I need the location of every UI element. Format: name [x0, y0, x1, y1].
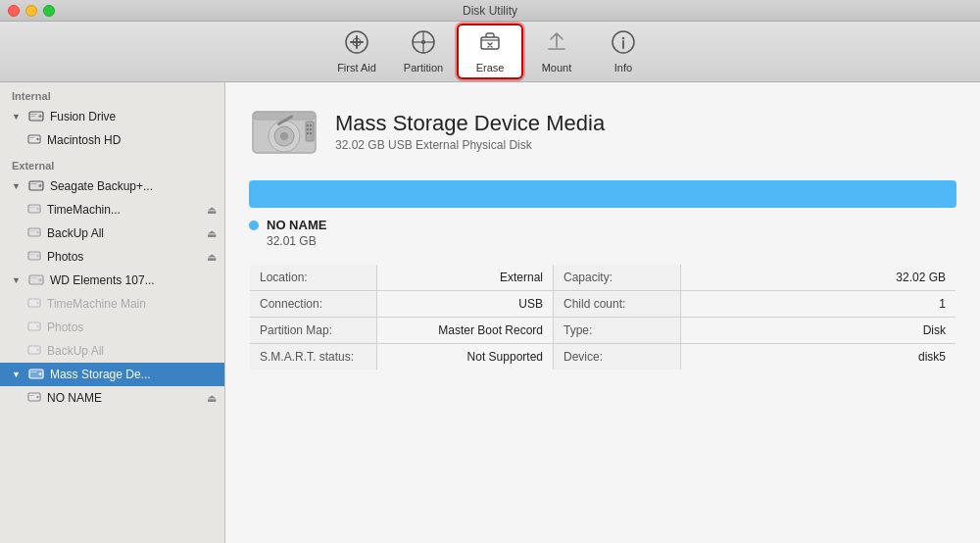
window-title: Disk Utility: [463, 4, 517, 18]
close-button[interactable]: [8, 5, 20, 17]
sidebar-item-wd-elements[interactable]: ▼ WD Elements 107...: [0, 269, 224, 292]
device-sub: 32.02 GB USB External Physical Disk: [335, 138, 605, 152]
info-label: Device:: [554, 344, 681, 370]
info-value: disk5: [681, 344, 956, 370]
svg-rect-50: [307, 124, 309, 126]
title-bar: Disk Utility: [0, 0, 980, 22]
svg-point-5: [421, 40, 425, 44]
info-value: Not Supported: [377, 344, 554, 370]
vol-icon-tm1: [27, 202, 41, 218]
ext-disk-icon-ms: [28, 367, 44, 383]
svg-rect-44: [253, 112, 316, 120]
svg-point-47: [280, 132, 288, 140]
partition-label: Partition: [404, 62, 443, 74]
sidebar: Internal ▼ Fusion Drive: [0, 82, 225, 543]
sidebar-item-macintosh-hd[interactable]: Macintosh HD: [0, 128, 224, 152]
eject-icon-photos1[interactable]: ⏏: [207, 251, 217, 264]
content-area: Mass Storage Device Media 32.02 GB USB E…: [225, 82, 980, 543]
partition-button[interactable]: Partition: [392, 25, 455, 77]
fullscreen-button[interactable]: [43, 5, 55, 17]
toolbar: First Aid Partition Erase: [0, 22, 980, 82]
mount-button[interactable]: Mount: [525, 25, 588, 77]
minimize-button[interactable]: [25, 5, 37, 17]
svg-rect-11: [30, 114, 36, 115]
eject-icon-noname[interactable]: ⏏: [207, 392, 217, 405]
traffic-lights: [8, 5, 55, 17]
svg-point-8: [622, 37, 624, 39]
sidebar-section-internal: Internal: [0, 82, 224, 105]
info-label: Partition Map:: [250, 318, 377, 344]
info-icon: [611, 29, 636, 59]
info-label: Info: [614, 62, 632, 74]
mount-icon: [544, 29, 569, 59]
timemachine1-label: TimeMachin...: [47, 203, 201, 217]
info-value: External: [377, 265, 554, 291]
eject-icon-tm1[interactable]: ⏏: [207, 204, 217, 217]
erase-label: Erase: [476, 62, 505, 74]
svg-point-29: [38, 278, 41, 281]
disk-icon: [28, 109, 44, 125]
info-button[interactable]: Info: [592, 25, 655, 77]
info-value: Master Boot Record: [377, 318, 554, 344]
svg-point-17: [38, 184, 41, 187]
eject-icon-ba1[interactable]: ⏏: [207, 227, 217, 240]
device-header: Mass Storage Device Media 32.02 GB USB E…: [249, 102, 956, 161]
sidebar-item-seagate[interactable]: ▼ Seagate Backup+...: [0, 174, 224, 198]
sidebar-item-photos1[interactable]: Photos ⏏: [0, 245, 224, 269]
svg-rect-39: [30, 371, 36, 372]
svg-point-10: [38, 115, 41, 118]
svg-point-20: [36, 208, 38, 210]
svg-rect-54: [310, 128, 312, 130]
table-row: Connection: USB Child count: 1: [250, 291, 956, 318]
erase-button[interactable]: Erase: [459, 25, 521, 77]
info-label: Capacity:: [554, 265, 681, 291]
info-label: Connection:: [250, 291, 377, 318]
fusion-drive-label: Fusion Drive: [50, 110, 217, 123]
sidebar-item-no-name[interactable]: NO NAME ⏏: [0, 386, 224, 410]
svg-rect-18: [30, 183, 36, 184]
svg-rect-30: [30, 277, 36, 278]
photos2-label: Photos: [47, 321, 217, 334]
ext-disk-icon-wd: [28, 272, 44, 289]
info-label: Location:: [250, 265, 377, 291]
svg-rect-53: [310, 124, 312, 126]
sidebar-item-backup-all-2[interactable]: BackUp All: [0, 339, 224, 363]
sidebar-item-timemachine-main[interactable]: TimeMachine Main: [0, 292, 224, 316]
seagate-label: Seagate Backup+...: [50, 179, 217, 193]
info-value: 1: [681, 291, 956, 318]
partition-legend: NO NAME: [249, 218, 956, 232]
sidebar-item-backup-all-1[interactable]: BackUp All ⏏: [0, 222, 224, 245]
sidebar-item-timemachine1[interactable]: TimeMachin... ⏏: [0, 198, 224, 222]
sidebar-item-fusion-drive[interactable]: ▼ Fusion Drive: [0, 105, 224, 128]
device-info: Mass Storage Device Media 32.02 GB USB E…: [335, 111, 605, 152]
erase-icon: [477, 29, 503, 59]
table-row: Partition Map: Master Boot Record Type: …: [250, 318, 956, 344]
first-aid-button[interactable]: First Aid: [325, 25, 388, 77]
mass-storage-label: Mass Storage De...: [50, 368, 217, 381]
first-aid-label: First Aid: [337, 62, 376, 74]
svg-rect-42: [29, 395, 34, 396]
first-aid-icon: [344, 29, 369, 59]
svg-rect-6: [481, 37, 499, 49]
macintosh-hd-label: Macintosh HD: [47, 133, 217, 147]
sidebar-section-external: External: [0, 152, 224, 174]
svg-rect-12: [30, 116, 34, 117]
vol-icon-noname: [27, 390, 41, 406]
table-row: Location: External Capacity: 32.02 GB: [250, 265, 956, 291]
vol-icon-photos2: [27, 320, 41, 335]
partition-icon: [411, 29, 436, 59]
sidebar-item-photos2[interactable]: Photos: [0, 316, 224, 339]
sidebar-item-mass-storage[interactable]: ▼ Mass Storage De...: [0, 363, 224, 386]
info-value: USB: [377, 291, 554, 318]
main-layout: Internal ▼ Fusion Drive: [0, 82, 980, 543]
triangle-icon-wd: ▼: [12, 275, 21, 285]
legend-partition-size: 32.01 GB: [249, 234, 956, 248]
backup-all-2-label: BackUp All: [47, 344, 217, 358]
svg-point-34: [36, 325, 38, 327]
info-label: Child count:: [554, 291, 681, 318]
photos1-label: Photos: [47, 250, 201, 264]
legend-partition-name: NO NAME: [267, 218, 326, 232]
backup-all-1-label: BackUp All: [47, 226, 201, 240]
info-table: Location: External Capacity: 32.02 GB Co…: [249, 264, 956, 370]
triangle-icon-seagate: ▼: [12, 181, 21, 191]
